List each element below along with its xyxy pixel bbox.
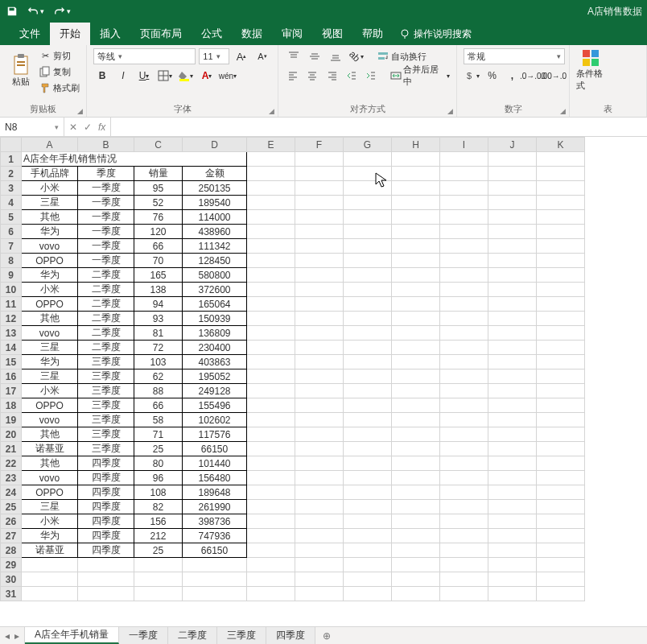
cell-K19[interactable] xyxy=(537,413,585,427)
cell-A3[interactable]: 小米 xyxy=(22,181,78,196)
cell-C7[interactable]: 66 xyxy=(134,239,183,254)
cell-J24[interactable] xyxy=(488,485,537,500)
cell-H10[interactable] xyxy=(392,283,440,297)
orientation-button[interactable]: ab▾ xyxy=(348,48,365,64)
chevron-down-icon[interactable]: ▾ xyxy=(118,52,122,60)
spreadsheet-grid[interactable]: ABCDEFGHIJK1A店全年手机销售情况2手机品牌季度销量金额3小米一季度9… xyxy=(0,137,647,626)
cell-B13[interactable]: 二季度 xyxy=(78,326,134,341)
cell-A10[interactable]: 小米 xyxy=(22,283,78,297)
cell-D23[interactable]: 156480 xyxy=(183,471,247,485)
col-header-J[interactable]: J xyxy=(488,138,537,152)
cell-K20[interactable] xyxy=(537,427,585,442)
cell-A20[interactable]: 其他 xyxy=(22,427,78,442)
cell-D4[interactable]: 189540 xyxy=(183,196,247,210)
row-header-23[interactable]: 23 xyxy=(1,471,22,485)
cell-K14[interactable] xyxy=(537,341,585,355)
cell-C30[interactable] xyxy=(134,572,183,587)
cell-H14[interactable] xyxy=(392,341,440,355)
row-header-30[interactable]: 30 xyxy=(1,572,22,587)
percent-button[interactable]: % xyxy=(484,68,501,84)
cell-G8[interactable] xyxy=(344,254,392,268)
cell-H4[interactable] xyxy=(392,196,440,210)
cell-D19[interactable]: 102602 xyxy=(183,413,247,427)
bold-button[interactable]: B xyxy=(93,68,111,84)
redo-icon[interactable]: ▾ xyxy=(54,6,71,17)
cell-E31[interactable] xyxy=(247,587,295,601)
cell-D22[interactable]: 101440 xyxy=(183,456,247,471)
cell-D28[interactable]: 66150 xyxy=(183,543,247,558)
italic-button[interactable]: I xyxy=(114,68,132,84)
cell-A12[interactable]: 其他 xyxy=(22,312,78,326)
cell-K18[interactable] xyxy=(537,398,585,413)
cell-A26[interactable]: 小米 xyxy=(22,514,78,529)
cell-J1[interactable] xyxy=(488,152,537,167)
sheet-tab-四季度[interactable]: 四季度 xyxy=(266,627,315,644)
cell-E1[interactable] xyxy=(247,152,295,167)
cell-F15[interactable] xyxy=(295,355,344,369)
cell-A2[interactable]: 手机品牌 xyxy=(22,167,78,181)
cell-B23[interactable]: 四季度 xyxy=(78,471,134,485)
sheet-tab-二季度[interactable]: 二季度 xyxy=(168,627,217,644)
cell-F31[interactable] xyxy=(295,587,344,601)
cell-G24[interactable] xyxy=(344,485,392,500)
cell-C27[interactable]: 212 xyxy=(134,529,183,543)
cell-I21[interactable] xyxy=(440,442,488,456)
cell-B12[interactable]: 二季度 xyxy=(78,312,134,326)
chevron-down-icon[interactable]: ▾ xyxy=(216,52,220,60)
cell-K13[interactable] xyxy=(537,326,585,341)
cell-G2[interactable] xyxy=(344,167,392,181)
cell-D6[interactable]: 438960 xyxy=(183,225,247,239)
cell-C31[interactable] xyxy=(134,587,183,601)
cell-C9[interactable]: 165 xyxy=(134,268,183,283)
cell-F16[interactable] xyxy=(295,369,344,384)
cell-F9[interactable] xyxy=(295,268,344,283)
row-header-2[interactable]: 2 xyxy=(1,167,22,181)
cell-D11[interactable]: 165064 xyxy=(183,297,247,312)
cell-G29[interactable] xyxy=(344,558,392,572)
cell-F4[interactable] xyxy=(295,196,344,210)
cell-F18[interactable] xyxy=(295,398,344,413)
copy-button[interactable]: 复制 xyxy=(39,64,80,79)
cell-I5[interactable] xyxy=(440,210,488,225)
row-header-4[interactable]: 4 xyxy=(1,196,22,210)
cell-E3[interactable] xyxy=(247,181,295,196)
cell-B29[interactable] xyxy=(78,558,134,572)
dialog-launcher-icon[interactable]: ◢ xyxy=(447,107,453,115)
cell-D29[interactable] xyxy=(183,558,247,572)
cell-G11[interactable] xyxy=(344,297,392,312)
row-header-21[interactable]: 21 xyxy=(1,442,22,456)
cell-F8[interactable] xyxy=(295,254,344,268)
cell-D10[interactable]: 372600 xyxy=(183,283,247,297)
cell-K11[interactable] xyxy=(537,297,585,312)
cell-D27[interactable]: 747936 xyxy=(183,529,247,543)
cell-K28[interactable] xyxy=(537,543,585,558)
cell-E12[interactable] xyxy=(247,312,295,326)
cell-G6[interactable] xyxy=(344,225,392,239)
cell-D7[interactable]: 111342 xyxy=(183,239,247,254)
cell-I3[interactable] xyxy=(440,181,488,196)
cell-K7[interactable] xyxy=(537,239,585,254)
cell-H19[interactable] xyxy=(392,413,440,427)
cell-F19[interactable] xyxy=(295,413,344,427)
tab-帮助[interactable]: 帮助 xyxy=(352,23,393,45)
cell-K29[interactable] xyxy=(537,558,585,572)
cell-I6[interactable] xyxy=(440,225,488,239)
cell-G28[interactable] xyxy=(344,543,392,558)
cell-D3[interactable]: 250135 xyxy=(183,181,247,196)
cell-B2[interactable]: 季度 xyxy=(78,167,134,181)
cell-G9[interactable] xyxy=(344,268,392,283)
cell-F30[interactable] xyxy=(295,572,344,587)
cell-H23[interactable] xyxy=(392,471,440,485)
cell-J5[interactable] xyxy=(488,210,537,225)
row-header-29[interactable]: 29 xyxy=(1,558,22,572)
cell-D13[interactable]: 136809 xyxy=(183,326,247,341)
cell-K30[interactable] xyxy=(537,572,585,587)
cell-H13[interactable] xyxy=(392,326,440,341)
row-header-9[interactable]: 9 xyxy=(1,268,22,283)
cell-B5[interactable]: 一季度 xyxy=(78,210,134,225)
cell-C25[interactable]: 82 xyxy=(134,500,183,514)
cell-B10[interactable]: 二季度 xyxy=(78,283,134,297)
cell-J3[interactable] xyxy=(488,181,537,196)
cell-I11[interactable] xyxy=(440,297,488,312)
cell-I27[interactable] xyxy=(440,529,488,543)
